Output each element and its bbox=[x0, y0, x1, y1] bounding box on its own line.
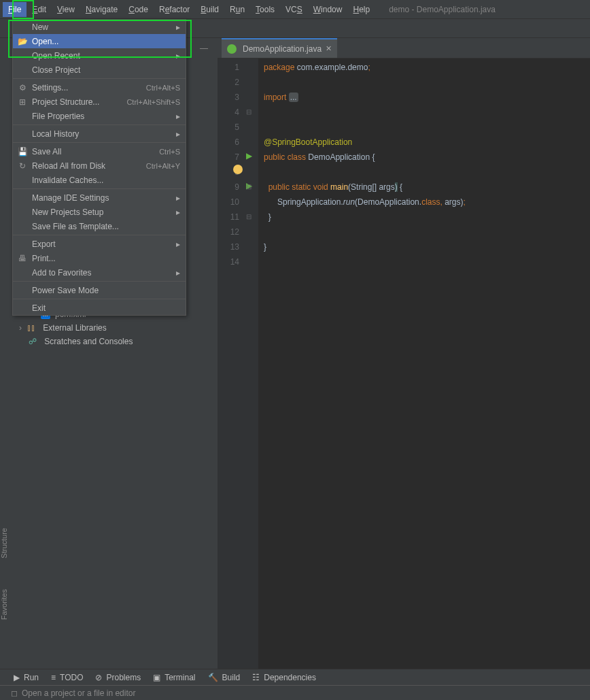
menu-refactor[interactable]: Refactor bbox=[154, 2, 195, 17]
menu-view[interactable]: View bbox=[52, 2, 80, 17]
minimize-icon[interactable]: — bbox=[200, 44, 208, 53]
menu-item-exit[interactable]: Exit bbox=[13, 301, 186, 315]
menu-icon: ⚙ bbox=[17, 83, 28, 93]
file-menu-popup[interactable]: New▸📂Open...Open Recent▸Close Project⚙Se… bbox=[12, 19, 186, 316]
menu-separator bbox=[13, 235, 186, 235]
line-number: 2 bbox=[219, 75, 239, 90]
favorites-label[interactable]: Favorites bbox=[0, 589, 8, 620]
menu-item-label: Save File as Template... bbox=[32, 222, 119, 231]
toolwindow-label: Run bbox=[24, 673, 39, 682]
todo-icon: ≡ bbox=[51, 673, 56, 682]
menu-item-export[interactable]: Export▸ bbox=[13, 237, 186, 251]
editor-area: DemoApplication.java ✕ 12345678910111213… bbox=[218, 38, 590, 681]
toolwindow-problems[interactable]: ⊘Problems bbox=[95, 673, 141, 682]
tree-item[interactable]: Scratches and Consoles bbox=[44, 337, 133, 346]
menu-vcs[interactable]: VCS bbox=[280, 2, 308, 17]
menu-item-label: Local History bbox=[32, 129, 79, 139]
toolwindow-run[interactable]: ▶Run bbox=[14, 673, 39, 682]
submenu-arrow-icon: ▸ bbox=[176, 207, 180, 217]
menu-build[interactable]: Build bbox=[195, 2, 224, 17]
menu-code[interactable]: Code bbox=[123, 2, 154, 17]
toolwindow-label: Dependencies bbox=[264, 673, 316, 682]
code-content[interactable]: package com.example.demo; import ... @Sp… bbox=[258, 59, 590, 681]
toolwindow-dependencies[interactable]: ☷Dependencies bbox=[252, 673, 316, 682]
menu-separator bbox=[13, 299, 186, 299]
menu-item-reload-all-from-disk[interactable]: ↻Reload All from DiskCtrl+Alt+Y bbox=[13, 159, 186, 173]
line-number: 11 bbox=[219, 210, 239, 224]
line-number: 9 bbox=[219, 180, 239, 195]
menu-item-local-history[interactable]: Local History▸ bbox=[13, 127, 186, 141]
menu-item-label: Export bbox=[32, 239, 56, 249]
menu-item-manage-ide-settings[interactable]: Manage IDE Settings▸ bbox=[13, 190, 186, 205]
menu-item-close-project[interactable]: Close Project bbox=[13, 63, 186, 77]
menu-run[interactable]: Run bbox=[224, 2, 250, 17]
menu-file[interactable]: File bbox=[3, 2, 27, 17]
run-gutter-icon[interactable]: ▶ bbox=[246, 148, 252, 163]
fold-icon[interactable]: ⊟ bbox=[246, 180, 251, 195]
close-icon[interactable]: ✕ bbox=[326, 44, 332, 53]
menu-item-settings[interactable]: ⚙Settings...Ctrl+Alt+S bbox=[13, 80, 186, 95]
submenu-arrow-icon: ▸ bbox=[176, 268, 180, 278]
submenu-arrow-icon: ▸ bbox=[176, 112, 180, 121]
menu-item-label: Invalidate Caches... bbox=[32, 176, 103, 185]
menu-item-file-properties[interactable]: File Properties▸ bbox=[13, 109, 186, 123]
shortcut: Ctrl+Alt+Y bbox=[146, 162, 180, 170]
menu-item-new-projects-setup[interactable]: New Projects Setup▸ bbox=[13, 205, 186, 219]
menu-separator bbox=[13, 142, 186, 143]
menu-item-open[interactable]: 📂Open... bbox=[13, 34, 186, 48]
structure-label[interactable]: Structure bbox=[0, 528, 8, 559]
menu-item-save-all[interactable]: 💾Save AllCtrl+S bbox=[13, 144, 186, 159]
status-icon: ◻ bbox=[11, 688, 18, 698]
menu-edit[interactable]: Edit bbox=[27, 2, 52, 17]
menu-help[interactable]: Help bbox=[347, 2, 375, 17]
run-icon: ▶ bbox=[14, 673, 20, 682]
menu-window[interactable]: Window bbox=[308, 2, 348, 17]
fold-icon[interactable]: ⊟ bbox=[246, 105, 251, 120]
status-bar: ◻ Open a project or a file in editor bbox=[0, 685, 590, 700]
menu-item-project-structure[interactable]: ⊞Project Structure...Ctrl+Alt+Shift+S bbox=[13, 95, 186, 109]
toolwindow-build[interactable]: 🔨Build bbox=[208, 673, 241, 682]
line-number: 7 bbox=[219, 150, 239, 165]
menu-item-label: New bbox=[32, 22, 48, 32]
tree-item[interactable]: External Libraries bbox=[43, 323, 106, 333]
menu-icon: 🖶 bbox=[17, 254, 28, 263]
menu-item-invalidate-caches[interactable]: Invalidate Caches... bbox=[13, 173, 186, 187]
menu-item-label: Settings... bbox=[32, 83, 68, 93]
menu-item-label: Print... bbox=[32, 254, 56, 263]
gutter-icons: ▶ ▶ ⊟ ⊟ ⊟ bbox=[245, 59, 258, 681]
menu-item-label: Manage IDE Settings bbox=[32, 193, 109, 203]
menu-icon: 📂 bbox=[17, 37, 28, 46]
menu-navigate[interactable]: Navigate bbox=[80, 2, 123, 17]
menu-item-label: Reload All from Disk bbox=[32, 161, 105, 171]
menu-item-add-to-favorites[interactable]: Add to Favorites▸ bbox=[13, 265, 186, 280]
code-editor[interactable]: 1234567891011121314 ▶ ▶ ⊟ ⊟ ⊟ package co… bbox=[218, 59, 590, 681]
bulb-icon[interactable] bbox=[233, 165, 243, 174]
menu-item-label: Power Save Mode bbox=[32, 286, 99, 295]
menu-item-new[interactable]: New▸ bbox=[13, 20, 186, 34]
editor-tab[interactable]: DemoApplication.java ✕ bbox=[222, 38, 337, 58]
menu-item-power-save-mode[interactable]: Power Save Mode bbox=[13, 283, 186, 297]
line-number: 5 bbox=[219, 120, 239, 135]
toolwindow-todo[interactable]: ≡TODO bbox=[51, 673, 83, 682]
toolwindow-terminal[interactable]: ▣Terminal bbox=[153, 673, 195, 682]
menu-item-open-recent[interactable]: Open Recent▸ bbox=[13, 48, 186, 63]
dependencies-icon: ☷ bbox=[252, 673, 260, 682]
menu-item-print[interactable]: 🖶Print... bbox=[13, 251, 186, 265]
menu-item-label: File Properties bbox=[32, 112, 84, 121]
chevron-right-icon[interactable]: › bbox=[19, 323, 22, 333]
menu-separator bbox=[13, 78, 186, 79]
fold-icon[interactable]: ⊟ bbox=[246, 210, 251, 224]
menu-item-label: Close Project bbox=[32, 65, 80, 75]
line-number: 6 bbox=[219, 135, 239, 150]
submenu-arrow-icon: ▸ bbox=[176, 129, 180, 139]
left-gutter: Structure Favorites bbox=[0, 38, 12, 669]
menu-item-label: Exit bbox=[32, 303, 46, 313]
editor-tabs: DemoApplication.java ✕ bbox=[218, 38, 590, 59]
shortcut: Ctrl+Alt+Shift+S bbox=[126, 98, 180, 106]
menu-item-label: Add to Favorites bbox=[32, 268, 91, 278]
toolwindow-label: Terminal bbox=[164, 673, 195, 682]
toolwindow-label: Problems bbox=[106, 673, 141, 682]
menu-item-save-file-as-template[interactable]: Save File as Template... bbox=[13, 219, 186, 233]
menu-tools[interactable]: Tools bbox=[250, 2, 280, 17]
line-gutter: 1234567891011121314 bbox=[218, 59, 245, 681]
